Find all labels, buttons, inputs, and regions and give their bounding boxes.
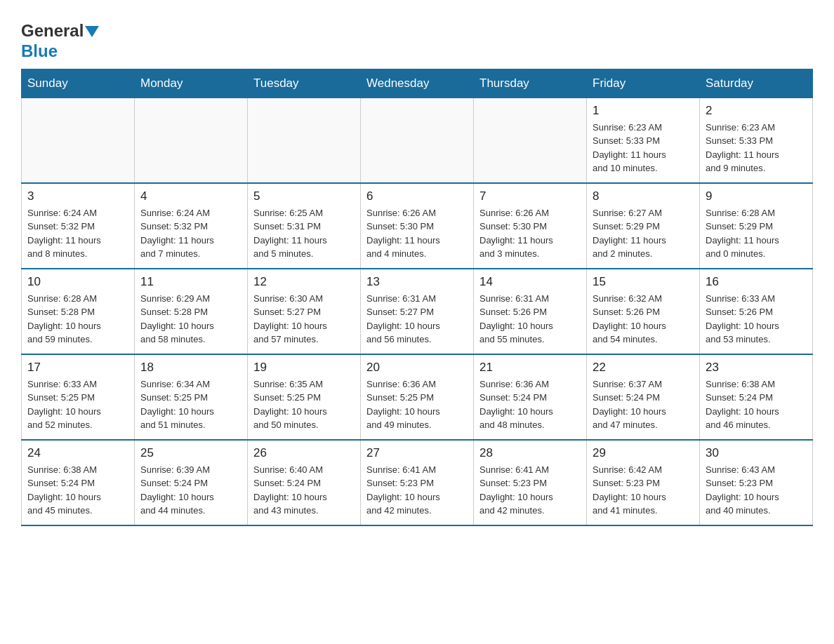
weekday-header-friday: Friday	[587, 69, 700, 98]
day-number: 4	[140, 189, 241, 203]
day-info: Sunrise: 6:31 AM Sunset: 5:26 PM Dayligh…	[479, 292, 581, 347]
calendar-cell: 13Sunrise: 6:31 AM Sunset: 5:27 PM Dayli…	[361, 269, 474, 354]
weekday-header-saturday: Saturday	[700, 69, 813, 98]
calendar-cell: 29Sunrise: 6:42 AM Sunset: 5:23 PM Dayli…	[587, 440, 700, 525]
calendar-cell: 28Sunrise: 6:41 AM Sunset: 5:23 PM Dayli…	[474, 440, 587, 525]
day-number: 26	[253, 446, 355, 460]
logo-general-text: General	[21, 21, 84, 41]
calendar-cell	[361, 98, 474, 183]
day-info: Sunrise: 6:28 AM Sunset: 5:29 PM Dayligh…	[706, 206, 807, 261]
calendar-cell: 9Sunrise: 6:28 AM Sunset: 5:29 PM Daylig…	[700, 183, 813, 269]
day-info: Sunrise: 6:25 AM Sunset: 5:31 PM Dayligh…	[253, 206, 355, 261]
weekday-header-tuesday: Tuesday	[248, 69, 361, 98]
day-info: Sunrise: 6:30 AM Sunset: 5:27 PM Dayligh…	[253, 292, 355, 347]
svg-marker-0	[85, 26, 99, 37]
calendar-week-row: 3Sunrise: 6:24 AM Sunset: 5:32 PM Daylig…	[22, 183, 813, 269]
day-number: 29	[593, 446, 694, 460]
day-number: 23	[706, 361, 807, 375]
day-info: Sunrise: 6:37 AM Sunset: 5:24 PM Dayligh…	[593, 377, 694, 432]
calendar-cell: 6Sunrise: 6:26 AM Sunset: 5:30 PM Daylig…	[361, 183, 474, 269]
logo-triangle-icon	[85, 23, 99, 37]
calendar-cell: 26Sunrise: 6:40 AM Sunset: 5:24 PM Dayli…	[248, 440, 361, 525]
calendar-cell: 21Sunrise: 6:36 AM Sunset: 5:24 PM Dayli…	[474, 354, 587, 440]
calendar-cell: 11Sunrise: 6:29 AM Sunset: 5:28 PM Dayli…	[135, 269, 248, 354]
day-info: Sunrise: 6:36 AM Sunset: 5:24 PM Dayligh…	[479, 377, 581, 432]
calendar-cell: 10Sunrise: 6:28 AM Sunset: 5:28 PM Dayli…	[22, 269, 135, 354]
day-number: 9	[706, 189, 807, 203]
calendar-cell	[474, 98, 587, 183]
day-number: 12	[253, 275, 355, 289]
day-info: Sunrise: 6:33 AM Sunset: 5:26 PM Dayligh…	[706, 292, 807, 347]
calendar-table: SundayMondayTuesdayWednesdayThursdayFrid…	[21, 69, 813, 526]
day-info: Sunrise: 6:36 AM Sunset: 5:25 PM Dayligh…	[366, 377, 468, 432]
weekday-header-row: SundayMondayTuesdayWednesdayThursdayFrid…	[22, 69, 813, 98]
calendar-cell: 1Sunrise: 6:23 AM Sunset: 5:33 PM Daylig…	[587, 98, 700, 183]
calendar-cell: 18Sunrise: 6:34 AM Sunset: 5:25 PM Dayli…	[135, 354, 248, 440]
calendar-cell: 20Sunrise: 6:36 AM Sunset: 5:25 PM Dayli…	[361, 354, 474, 440]
calendar-cell: 24Sunrise: 6:38 AM Sunset: 5:24 PM Dayli…	[22, 440, 135, 525]
day-info: Sunrise: 6:38 AM Sunset: 5:24 PM Dayligh…	[706, 377, 807, 432]
day-info: Sunrise: 6:34 AM Sunset: 5:25 PM Dayligh…	[140, 377, 241, 432]
calendar-cell: 30Sunrise: 6:43 AM Sunset: 5:23 PM Dayli…	[700, 440, 813, 525]
calendar-cell: 12Sunrise: 6:30 AM Sunset: 5:27 PM Dayli…	[248, 269, 361, 354]
day-number: 16	[706, 275, 807, 289]
day-info: Sunrise: 6:29 AM Sunset: 5:28 PM Dayligh…	[140, 292, 241, 347]
calendar-cell	[248, 98, 361, 183]
day-number: 18	[140, 361, 241, 375]
calendar-cell: 14Sunrise: 6:31 AM Sunset: 5:26 PM Dayli…	[474, 269, 587, 354]
calendar-cell: 2Sunrise: 6:23 AM Sunset: 5:33 PM Daylig…	[700, 98, 813, 183]
calendar-week-row: 17Sunrise: 6:33 AM Sunset: 5:25 PM Dayli…	[22, 354, 813, 440]
calendar-cell: 15Sunrise: 6:32 AM Sunset: 5:26 PM Dayli…	[587, 269, 700, 354]
calendar-cell: 27Sunrise: 6:41 AM Sunset: 5:23 PM Dayli…	[361, 440, 474, 525]
calendar-cell: 8Sunrise: 6:27 AM Sunset: 5:29 PM Daylig…	[587, 183, 700, 269]
calendar-cell: 19Sunrise: 6:35 AM Sunset: 5:25 PM Dayli…	[248, 354, 361, 440]
calendar-cell: 16Sunrise: 6:33 AM Sunset: 5:26 PM Dayli…	[700, 269, 813, 354]
day-info: Sunrise: 6:40 AM Sunset: 5:24 PM Dayligh…	[253, 463, 355, 518]
day-number: 24	[27, 446, 128, 460]
day-info: Sunrise: 6:31 AM Sunset: 5:27 PM Dayligh…	[366, 292, 468, 347]
day-info: Sunrise: 6:28 AM Sunset: 5:28 PM Dayligh…	[27, 292, 128, 347]
day-info: Sunrise: 6:23 AM Sunset: 5:33 PM Dayligh…	[706, 121, 807, 175]
day-number: 17	[27, 361, 128, 375]
weekday-header-monday: Monday	[135, 69, 248, 98]
calendar-week-row: 24Sunrise: 6:38 AM Sunset: 5:24 PM Dayli…	[22, 440, 813, 525]
day-info: Sunrise: 6:26 AM Sunset: 5:30 PM Dayligh…	[479, 206, 581, 261]
weekday-header-wednesday: Wednesday	[361, 69, 474, 98]
day-number: 14	[479, 275, 581, 289]
calendar-cell: 17Sunrise: 6:33 AM Sunset: 5:25 PM Dayli…	[22, 354, 135, 440]
logo: General Blue	[21, 14, 99, 62]
calendar-cell: 25Sunrise: 6:39 AM Sunset: 5:24 PM Dayli…	[135, 440, 248, 525]
day-number: 11	[140, 275, 241, 289]
day-info: Sunrise: 6:43 AM Sunset: 5:23 PM Dayligh…	[706, 463, 807, 518]
day-number: 27	[366, 446, 468, 460]
day-info: Sunrise: 6:41 AM Sunset: 5:23 PM Dayligh…	[366, 463, 468, 518]
calendar-cell: 7Sunrise: 6:26 AM Sunset: 5:30 PM Daylig…	[474, 183, 587, 269]
day-info: Sunrise: 6:23 AM Sunset: 5:33 PM Dayligh…	[593, 121, 694, 175]
day-info: Sunrise: 6:24 AM Sunset: 5:32 PM Dayligh…	[27, 206, 128, 261]
day-number: 22	[593, 361, 694, 375]
day-number: 1	[593, 104, 694, 118]
calendar-cell: 3Sunrise: 6:24 AM Sunset: 5:32 PM Daylig…	[22, 183, 135, 269]
day-info: Sunrise: 6:26 AM Sunset: 5:30 PM Dayligh…	[366, 206, 468, 261]
calendar-cell: 4Sunrise: 6:24 AM Sunset: 5:32 PM Daylig…	[135, 183, 248, 269]
day-info: Sunrise: 6:38 AM Sunset: 5:24 PM Dayligh…	[27, 463, 128, 518]
day-info: Sunrise: 6:41 AM Sunset: 5:23 PM Dayligh…	[479, 463, 581, 518]
calendar-cell: 23Sunrise: 6:38 AM Sunset: 5:24 PM Dayli…	[700, 354, 813, 440]
day-info: Sunrise: 6:27 AM Sunset: 5:29 PM Dayligh…	[593, 206, 694, 261]
page-header: General Blue	[21, 14, 813, 62]
calendar-week-row: 10Sunrise: 6:28 AM Sunset: 5:28 PM Dayli…	[22, 269, 813, 354]
calendar-cell: 22Sunrise: 6:37 AM Sunset: 5:24 PM Dayli…	[587, 354, 700, 440]
logo-blue-text: Blue	[21, 41, 58, 60]
day-number: 28	[479, 446, 581, 460]
day-number: 7	[479, 189, 581, 203]
day-info: Sunrise: 6:32 AM Sunset: 5:26 PM Dayligh…	[593, 292, 694, 347]
weekday-header-thursday: Thursday	[474, 69, 587, 98]
day-number: 21	[479, 361, 581, 375]
weekday-header-sunday: Sunday	[22, 69, 135, 98]
day-info: Sunrise: 6:35 AM Sunset: 5:25 PM Dayligh…	[253, 377, 355, 432]
day-number: 20	[366, 361, 468, 375]
calendar-cell	[22, 98, 135, 183]
day-number: 2	[706, 104, 807, 118]
day-number: 6	[366, 189, 468, 203]
day-number: 5	[253, 189, 355, 203]
